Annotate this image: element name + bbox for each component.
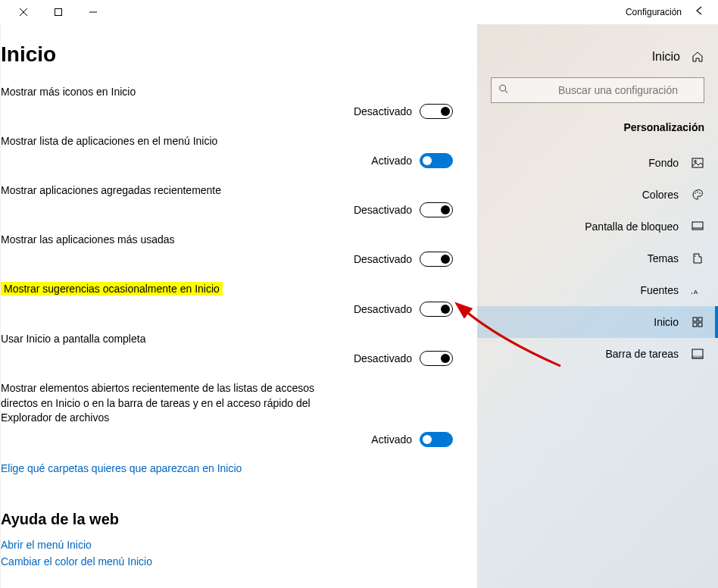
app-title: Configuración bbox=[111, 7, 688, 17]
sidebar-item-label: Temas bbox=[648, 252, 679, 264]
start-icon bbox=[691, 315, 704, 329]
sidebar-item-colores[interactable]: Colores bbox=[477, 179, 718, 211]
sidebar-home-label: Inicio bbox=[652, 50, 680, 64]
svg-text:A: A bbox=[691, 286, 693, 296]
svg-rect-16 bbox=[693, 317, 697, 321]
toggle-knob bbox=[441, 305, 450, 314]
font-icon: AA bbox=[691, 283, 704, 297]
toggle-switch[interactable] bbox=[420, 153, 453, 168]
taskbar-icon bbox=[691, 347, 704, 361]
content-area: Inicio Mostrar más iconos en InicioDesac… bbox=[0, 24, 477, 588]
help-link[interactable]: Cambiar el color del menú Inicio bbox=[1, 555, 453, 568]
page-title: Inicio bbox=[1, 42, 453, 67]
sidebar-search bbox=[491, 77, 704, 103]
lock-screen-icon bbox=[691, 220, 704, 233]
toggle-knob bbox=[423, 156, 432, 165]
back-button[interactable] bbox=[688, 5, 712, 20]
toggle-row: Activado bbox=[1, 153, 453, 168]
setting-row: Mostrar aplicaciones agregadas recientem… bbox=[1, 183, 453, 217]
toggle-switch[interactable] bbox=[420, 252, 453, 267]
svg-text:A: A bbox=[694, 289, 698, 296]
setting-label: Mostrar sugerencias ocasionalmente en In… bbox=[1, 282, 223, 296]
toggle-row: Desactivado bbox=[1, 351, 453, 366]
toggle-state-label: Desactivado bbox=[354, 303, 412, 315]
setting-label: Mostrar aplicaciones agregadas recientem… bbox=[1, 184, 221, 196]
toggle-knob bbox=[441, 255, 450, 264]
sidebar: Inicio Personalización Fondo Colores bbox=[477, 24, 718, 588]
sidebar-item-fuentes[interactable]: AA Fuentes bbox=[477, 274, 718, 306]
sidebar-home[interactable]: Inicio bbox=[477, 42, 718, 71]
sidebar-item-label: Fondo bbox=[648, 157, 679, 169]
svg-rect-21 bbox=[692, 356, 703, 358]
window-controls bbox=[6, 0, 111, 24]
close-button[interactable] bbox=[6, 0, 41, 24]
setting-label: Usar Inicio a pantalla completa bbox=[1, 333, 145, 345]
setting-row: Mostrar sugerencias ocasionalmente en In… bbox=[1, 282, 453, 317]
toggle-switch[interactable] bbox=[420, 351, 453, 366]
toggle-knob bbox=[441, 205, 450, 214]
toggle-switch[interactable] bbox=[420, 432, 453, 447]
sidebar-item-label: Barra de tareas bbox=[606, 348, 679, 360]
svg-rect-1 bbox=[55, 9, 62, 16]
svg-rect-19 bbox=[698, 323, 702, 327]
svg-point-7 bbox=[695, 161, 697, 163]
setting-row: Mostrar elementos abiertos recientemente… bbox=[1, 381, 453, 447]
minimize-button[interactable] bbox=[76, 0, 111, 24]
setting-row: Mostrar más iconos en InicioDesactivado bbox=[1, 85, 453, 119]
sidebar-item-pantalla-bloqueo[interactable]: Pantalla de bloqueo bbox=[477, 211, 718, 242]
sidebar-item-label: Pantalla de bloqueo bbox=[585, 220, 679, 233]
toggle-row: Desactivado bbox=[1, 302, 453, 317]
toggle-state-label: Desactivado bbox=[354, 105, 412, 117]
home-icon bbox=[691, 50, 704, 64]
svg-point-8 bbox=[695, 192, 696, 194]
setting-row: Mostrar las aplicaciones más usadasDesac… bbox=[1, 233, 453, 267]
svg-point-13 bbox=[695, 255, 696, 257]
palette-icon bbox=[691, 188, 704, 202]
toggle-knob bbox=[423, 435, 432, 444]
help-link[interactable]: Abrir el menú Inicio bbox=[1, 539, 453, 551]
toggle-state-label: Activado bbox=[371, 155, 412, 167]
setting-label: Mostrar más iconos en Inicio bbox=[1, 86, 136, 98]
sidebar-item-barra-tareas[interactable]: Barra de tareas bbox=[477, 338, 718, 370]
toggle-state-label: Activado bbox=[371, 433, 412, 446]
setting-row: Mostrar lista de aplicaciones en el menú… bbox=[1, 134, 453, 168]
themes-icon bbox=[691, 252, 704, 265]
sidebar-item-fondo[interactable]: Fondo bbox=[477, 147, 718, 179]
toggle-knob bbox=[441, 354, 450, 363]
sidebar-item-temas[interactable]: Temas bbox=[477, 242, 718, 274]
maximize-button[interactable] bbox=[41, 0, 76, 24]
setting-row: Usar Inicio a pantalla completaDesactiva… bbox=[1, 332, 453, 366]
help-section-title: Ayuda de la web bbox=[1, 511, 453, 528]
toggle-switch[interactable] bbox=[420, 302, 453, 317]
svg-point-10 bbox=[699, 192, 701, 194]
toggle-state-label: Desactivado bbox=[354, 204, 412, 216]
setting-label: Mostrar las aplicaciones más usadas bbox=[1, 233, 175, 246]
toggle-switch[interactable] bbox=[420, 202, 453, 217]
toggle-knob bbox=[441, 107, 450, 116]
sidebar-item-label: Colores bbox=[642, 189, 679, 201]
picture-icon bbox=[691, 156, 704, 170]
sidebar-item-label: Fuentes bbox=[640, 284, 679, 296]
toggle-row: Desactivado bbox=[1, 104, 453, 119]
search-input[interactable] bbox=[491, 77, 704, 103]
toggle-row: Desactivado bbox=[1, 202, 453, 217]
toggle-row: Activado bbox=[1, 432, 453, 447]
choose-folders-link[interactable]: Elige qué carpetas quieres que aparezcan… bbox=[1, 462, 453, 474]
setting-label: Mostrar lista de aplicaciones en el menú… bbox=[1, 135, 217, 147]
sidebar-section-label: Personalización bbox=[477, 115, 718, 147]
titlebar: Configuración bbox=[0, 0, 718, 24]
svg-rect-18 bbox=[693, 323, 697, 327]
sidebar-item-inicio[interactable]: Inicio bbox=[477, 306, 718, 338]
svg-rect-17 bbox=[698, 317, 702, 321]
toggle-state-label: Desactivado bbox=[354, 253, 412, 265]
toggle-switch[interactable] bbox=[420, 104, 453, 119]
svg-rect-6 bbox=[692, 158, 703, 167]
toggle-row: Desactivado bbox=[1, 252, 453, 267]
toggle-state-label: Desactivado bbox=[354, 352, 412, 364]
sidebar-item-label: Inicio bbox=[654, 316, 679, 328]
back-arrow-icon bbox=[694, 6, 706, 19]
setting-label: Mostrar elementos abiertos recientemente… bbox=[1, 381, 319, 426]
svg-point-9 bbox=[697, 192, 698, 193]
